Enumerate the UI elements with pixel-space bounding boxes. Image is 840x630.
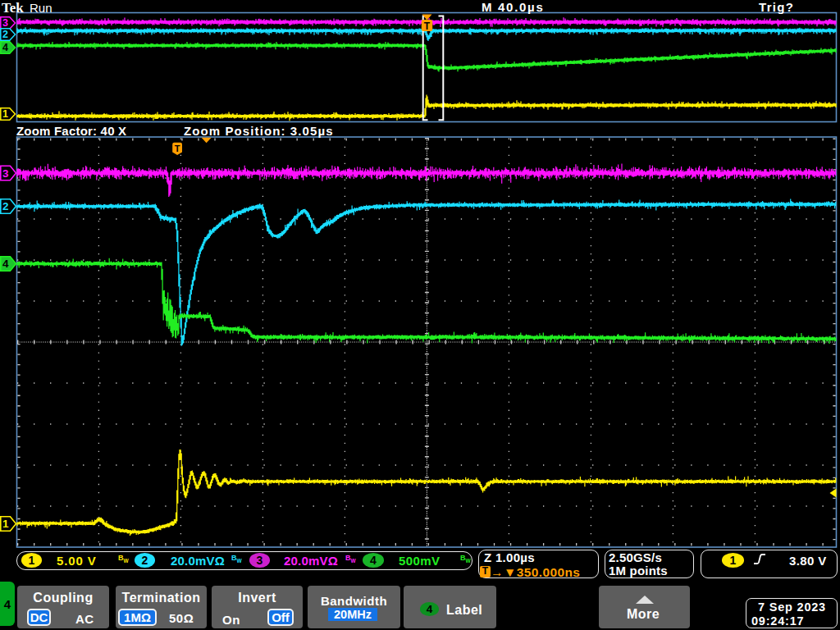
svg-text:2: 2: [2, 200, 9, 212]
svg-text:3: 3: [2, 17, 8, 29]
svg-text:4: 4: [2, 258, 9, 270]
svg-text:T: T: [424, 21, 431, 32]
svg-text:T: T: [175, 144, 180, 153]
svg-text:2: 2: [2, 29, 8, 40]
svg-text:1: 1: [2, 518, 9, 530]
svg-text:3: 3: [2, 167, 9, 180]
svg-text:1: 1: [2, 108, 8, 120]
svg-text:4: 4: [2, 42, 8, 53]
